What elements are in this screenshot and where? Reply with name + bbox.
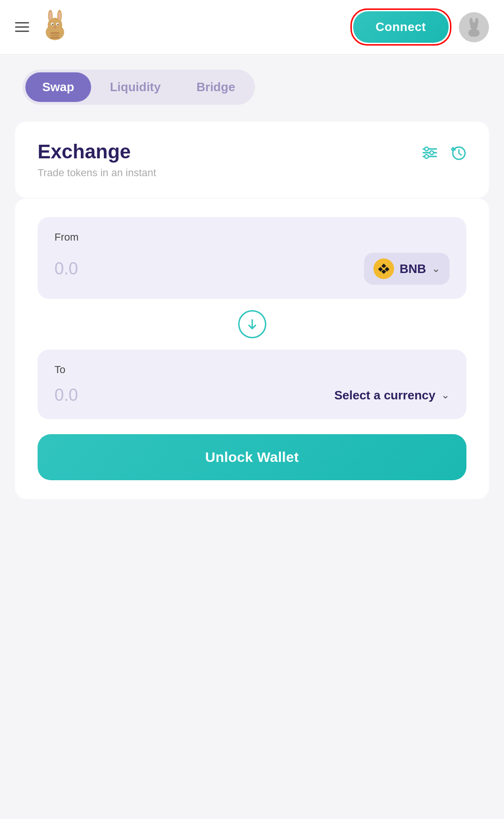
unlock-wallet-button[interactable]: Unlock Wallet xyxy=(38,434,466,480)
svg-point-22 xyxy=(430,151,434,155)
settings-button[interactable] xyxy=(421,144,438,163)
exchange-card-header: Exchange Trade tokens in an instant xyxy=(15,122,489,198)
svg-rect-12 xyxy=(50,34,60,36)
from-token-selector[interactable]: BNB ⌄ xyxy=(364,253,450,285)
history-button[interactable] xyxy=(450,144,466,163)
svg-point-10 xyxy=(54,26,56,27)
header-left xyxy=(15,10,71,45)
tab-liquidity[interactable]: Liquidity xyxy=(93,72,178,102)
svg-point-8 xyxy=(52,23,54,25)
tab-container: Swap Liquidity Bridge xyxy=(23,70,255,105)
svg-rect-11 xyxy=(50,32,60,34)
connect-button[interactable]: Connect xyxy=(353,11,449,43)
from-token-chevron: ⌄ xyxy=(432,263,440,275)
header-right: Connect xyxy=(350,8,489,46)
bnb-icon xyxy=(373,258,394,279)
connect-btn-wrapper: Connect xyxy=(350,8,452,46)
to-amount[interactable]: 0.0 xyxy=(54,385,78,405)
to-token-row: 0.0 Select a currency ⌄ xyxy=(54,385,450,405)
svg-point-17 xyxy=(468,29,480,37)
exchange-info: Exchange Trade tokens in an instant xyxy=(38,140,156,179)
svg-marker-29 xyxy=(382,267,385,270)
exchange-title: Exchange xyxy=(38,140,156,163)
swap-arrow-container xyxy=(38,299,466,350)
from-token-box: From 0.0 BNB ⌄ xyxy=(38,217,466,299)
to-token-box: To 0.0 Select a currency ⌄ xyxy=(38,350,466,419)
to-currency-selector[interactable]: Select a currency ⌄ xyxy=(334,388,450,403)
svg-point-23 xyxy=(425,155,428,158)
swap-area: From 0.0 BNB ⌄ xyxy=(15,198,489,499)
from-token-name: BNB xyxy=(400,262,426,276)
tab-bar: Swap Liquidity Bridge xyxy=(0,55,504,105)
menu-icon[interactable] xyxy=(15,22,29,32)
svg-point-16 xyxy=(475,18,479,25)
exchange-icons xyxy=(421,144,466,163)
header: Connect xyxy=(0,0,504,55)
tab-swap[interactable]: Swap xyxy=(25,72,91,102)
from-token-row: 0.0 BNB ⌄ xyxy=(54,253,450,285)
logo[interactable] xyxy=(39,10,71,45)
from-label: From xyxy=(54,231,450,243)
avatar[interactable] xyxy=(459,12,489,42)
svg-rect-13 xyxy=(50,37,60,39)
to-currency-text: Select a currency xyxy=(334,388,435,403)
from-amount[interactable]: 0.0 xyxy=(54,259,78,279)
svg-point-15 xyxy=(470,18,473,25)
svg-point-9 xyxy=(57,23,59,25)
tab-bridge[interactable]: Bridge xyxy=(179,72,252,102)
swap-direction-button[interactable] xyxy=(238,310,266,338)
svg-point-5 xyxy=(58,11,61,20)
svg-point-3 xyxy=(49,11,52,20)
svg-point-21 xyxy=(425,147,428,151)
to-label: To xyxy=(54,364,450,376)
exchange-subtitle: Trade tokens in an instant xyxy=(38,167,156,179)
to-currency-chevron: ⌄ xyxy=(441,389,450,401)
